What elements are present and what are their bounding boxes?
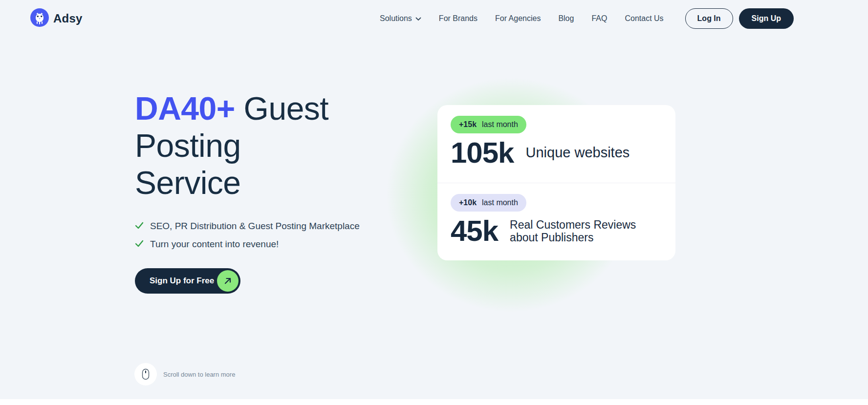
nav-item-contact-us[interactable]: Contact Us [625,14,663,23]
checklist-item: Turn your content into revenue! [135,239,379,250]
stat-row-customer-reviews: +10k last month 45k Real Customers Revie… [437,183,675,261]
brand-logo[interactable]: Adsy [30,8,83,29]
signup-button[interactable]: Sign Up [739,8,794,29]
stat-label: Unique websites [525,145,629,161]
nav-item-for-brands[interactable]: For Brands [439,14,477,23]
title-line-1: DA40+ Guest [135,90,379,127]
signup-free-button[interactable]: Sign Up for Free [135,268,240,294]
cta-label: Sign Up for Free [150,276,214,286]
main-nav: Solutions For Brands For Agencies Blog F… [380,14,664,23]
nav-item-blog[interactable]: Blog [558,14,574,23]
chevron-down-icon [415,14,421,23]
checklist-text: SEO, PR Distribution & Guest Posting Mar… [150,221,360,232]
nav-item-for-agencies[interactable]: For Agencies [495,14,541,23]
stats-card: +15k last month 105k Unique websites +10… [437,105,675,260]
nav-item-label: Solutions [380,14,412,23]
header: Adsy Solutions For Brands For Agencies B… [0,0,868,37]
checklist-text: Turn your content into revenue! [150,239,279,250]
auth-buttons: Log In Sign Up [685,8,794,29]
owl-logo-icon [30,8,49,29]
badge-period: last month [482,120,518,129]
checklist-item: SEO, PR Distribution & Guest Posting Mar… [135,221,379,232]
nav-item-label: Blog [558,14,574,23]
nav-item-label: FAQ [591,14,607,23]
badge-period: last month [482,198,518,207]
stat-value: 105k [451,138,514,168]
title-accent: DA40+ [135,90,235,127]
login-button[interactable]: Log In [685,8,733,29]
growth-badge: +10k last month [451,194,526,212]
stat-value: 45k [451,216,498,246]
title-line-3: Service [135,164,379,201]
stat-line: 45k Real Customers Reviews about Publish… [451,216,662,246]
stat-row-unique-websites: +15k last month 105k Unique websites [437,105,675,183]
badge-value: +10k [459,198,477,207]
scroll-hint: Scroll down to learn more [134,363,235,385]
growth-badge: +15k last month [451,116,526,133]
scroll-hint-text: Scroll down to learn more [163,371,235,378]
bottom-strip [0,399,868,405]
title-line-2: Posting [135,127,379,164]
stat-line: 105k Unique websites [451,138,662,168]
nav-item-faq[interactable]: FAQ [591,14,607,23]
nav-item-label: For Agencies [495,14,541,23]
check-icon [135,239,144,250]
page-title: DA40+ Guest Posting Service [135,90,379,201]
arrow-up-right-icon [217,270,239,292]
mouse-scroll-icon [134,363,157,385]
nav-item-label: Contact Us [625,14,663,23]
nav-item-label: For Brands [439,14,477,23]
badge-value: +15k [459,120,477,129]
check-icon [135,221,144,232]
feature-checklist: SEO, PR Distribution & Guest Posting Mar… [135,221,379,250]
title-rest: Guest [235,90,328,127]
brand-name: Adsy [53,12,83,25]
stat-label: Real Customers Reviews about Publishers [510,218,656,244]
hero-section: DA40+ Guest Posting Service SEO, PR Dist… [135,90,379,294]
nav-item-solutions[interactable]: Solutions [380,14,421,23]
